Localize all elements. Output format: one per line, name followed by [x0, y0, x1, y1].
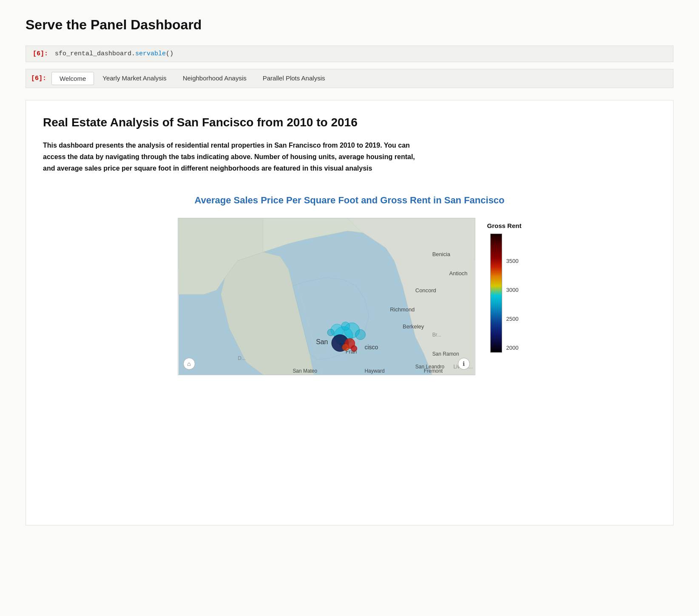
- map-and-legend: Benicia Antioch Concord Richmond Berkele…: [43, 218, 656, 375]
- tabs-cell-label: [6]:: [26, 71, 51, 86]
- map-info-button[interactable]: ℹ: [458, 358, 470, 370]
- legend-value-3000: 3000: [506, 287, 519, 293]
- svg-text:cisco: cisco: [364, 344, 378, 351]
- legend-value-2000: 2000: [506, 345, 519, 351]
- svg-text:San Ramon: San Ramon: [432, 351, 459, 357]
- content-area: Real Estate Analysis of San Fancisco fro…: [26, 100, 673, 525]
- tabs-list: Welcome Yearly Market Analysis Neighborh…: [51, 69, 333, 88]
- svg-point-23: [355, 329, 365, 339]
- main-heading: Real Estate Analysis of San Fancisco fro…: [43, 116, 656, 129]
- tab-neighborhood-anaysis[interactable]: Neighborhood Anaysis: [175, 72, 254, 85]
- svg-text:San Mateo: San Mateo: [293, 368, 317, 374]
- map-container: Benicia Antioch Concord Richmond Berkele…: [178, 218, 475, 375]
- svg-point-24: [341, 322, 350, 330]
- code-cell: [6]: sfo_rental_dashboard.servable(): [26, 46, 673, 62]
- legend-container: Gross Rent 3500 3000 2500 2000: [487, 218, 522, 353]
- tab-welcome[interactable]: Welcome: [51, 72, 94, 85]
- svg-text:D...: D...: [238, 355, 246, 361]
- tab-yearly-market-analysis[interactable]: Yearly Market Analysis: [95, 72, 174, 85]
- tab-parallel-plots-analysis[interactable]: Parallel Plots Analysis: [255, 72, 333, 85]
- legend-value-3500: 3500: [506, 258, 519, 264]
- svg-text:Antioch: Antioch: [449, 270, 467, 277]
- svg-text:Fremont: Fremont: [423, 368, 443, 374]
- svg-text:Richmond: Richmond: [390, 306, 415, 312]
- svg-point-25: [327, 329, 334, 336]
- svg-text:Benicia: Benicia: [432, 251, 450, 257]
- page-title: Serve the Panel Dashboard: [26, 17, 673, 33]
- svg-text:Berkeley: Berkeley: [403, 323, 424, 329]
- legend-value-2500: 2500: [506, 316, 519, 322]
- tabs-container: [6]: Welcome Yearly Market Analysis Neig…: [26, 69, 673, 88]
- svg-text:Hayward: Hayward: [364, 368, 384, 374]
- svg-text:Concord: Concord: [415, 287, 436, 294]
- cell-label: [6]:: [33, 50, 50, 57]
- legend-color-bar: [490, 234, 502, 353]
- svg-point-29: [351, 345, 357, 351]
- svg-point-28: [342, 344, 349, 351]
- description-text: This dashboard presents the analysis of …: [43, 140, 426, 174]
- map-svg: Benicia Antioch Concord Richmond Berkele…: [178, 218, 475, 375]
- svg-text:Br...: Br...: [432, 332, 441, 338]
- map-section-title: Average Sales Price Per Square Foot and …: [43, 195, 656, 206]
- code-text: sfo_rental_dashboard.servable(): [55, 50, 173, 57]
- legend-title: Gross Rent: [487, 222, 522, 229]
- svg-text:San: San: [316, 338, 328, 345]
- legend-labels: 3500 3000 2500 2000: [506, 234, 519, 353]
- map-home-button[interactable]: ⌂: [183, 358, 195, 370]
